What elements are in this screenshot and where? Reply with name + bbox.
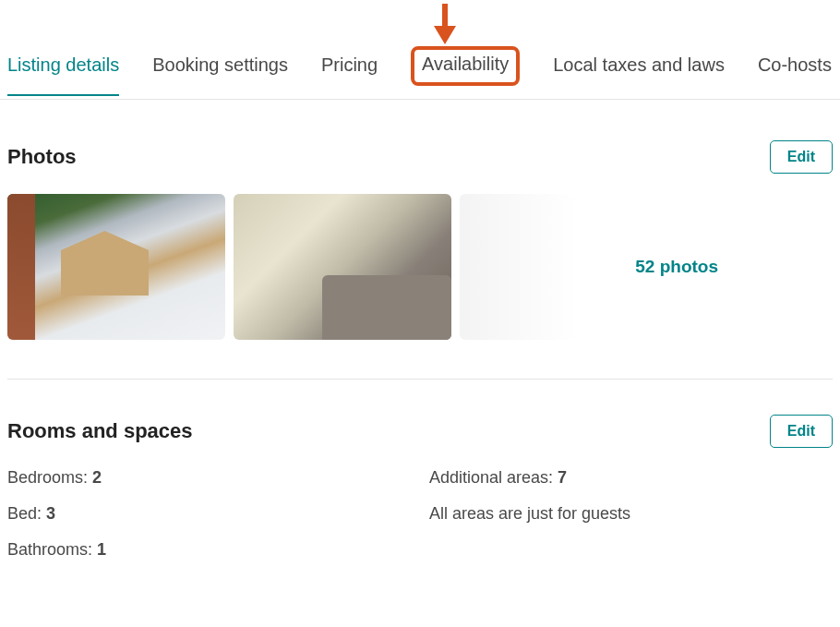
tab-pricing[interactable]: Pricing (321, 54, 378, 94)
edit-rooms-button[interactable]: Edit (770, 415, 833, 448)
listing-tabs: Listing details Booking settings Pricing… (0, 0, 840, 100)
tab-availability[interactable]: Availability (411, 46, 520, 86)
room-label: All areas are just for guests (429, 504, 630, 523)
photos-header: Photos Edit (7, 140, 833, 174)
photos-row: 52 photos (7, 194, 833, 380)
photo-count-link[interactable]: 52 photos (635, 257, 718, 277)
rooms-grid: Bedrooms: 2 Additional areas: 7 Bed: 3 A… (7, 468, 833, 560)
room-bedrooms: Bedrooms: 2 (7, 468, 411, 488)
tab-co-hosts[interactable]: Co-hosts (758, 54, 832, 94)
room-additional-areas: Additional areas: 7 (429, 468, 833, 488)
room-bathrooms: Bathrooms: 1 (7, 540, 411, 560)
tab-local-taxes-and-laws[interactable]: Local taxes and laws (553, 54, 725, 94)
photo-thumbnail[interactable] (234, 194, 451, 340)
photos-title: Photos (7, 145, 77, 169)
room-label: Bedrooms: (7, 468, 92, 487)
rooms-section: Rooms and spaces Edit Bedrooms: 2 Additi… (0, 415, 840, 560)
annotation-arrow-icon (428, 2, 462, 48)
room-value: 2 (92, 468, 102, 487)
room-bed: Bed: 3 (7, 504, 411, 524)
rooms-header: Rooms and spaces Edit (7, 415, 833, 448)
room-label: Additional areas: (429, 468, 558, 487)
tab-listing-details[interactable]: Listing details (7, 54, 119, 96)
svg-marker-1 (434, 26, 456, 44)
photo-thumbnail-more[interactable]: 52 photos (460, 194, 607, 340)
edit-photos-button[interactable]: Edit (770, 140, 833, 174)
photos-section: Photos Edit 52 photos (0, 140, 840, 380)
room-value: 1 (97, 540, 106, 559)
room-label: Bathrooms: (7, 540, 97, 559)
room-value: 3 (46, 504, 55, 523)
tab-booking-settings[interactable]: Booking settings (152, 54, 288, 94)
photo-thumbnail[interactable] (7, 194, 225, 340)
room-value: 7 (558, 468, 567, 487)
room-label: Bed: (7, 504, 46, 523)
room-guests-note: All areas are just for guests (429, 504, 833, 524)
rooms-title: Rooms and spaces (7, 419, 193, 443)
